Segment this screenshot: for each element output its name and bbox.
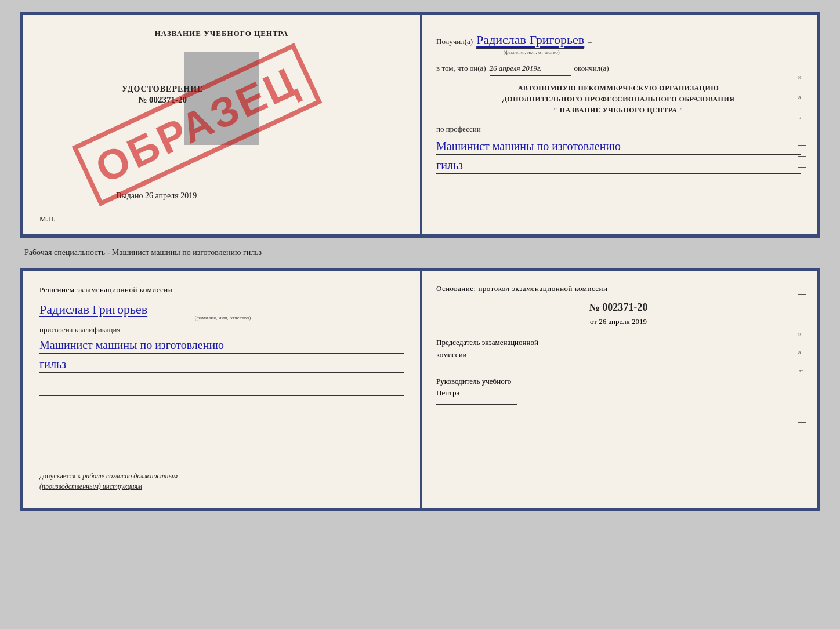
udostoverenie-label: УДОСТОВЕРЕНИЕ [122, 85, 203, 94]
org-name-line: " НАЗВАНИЕ УЧЕБНОГО ЦЕНТРА " [436, 105, 801, 116]
dopuskaetsya-label: допускается к [39, 472, 81, 480]
udostoverenie-nomer: № 002371-20 [122, 95, 203, 105]
bottom-right-margin-marks: и а ← [798, 294, 806, 423]
top-doc-right: Получил(а) Радислав Григорьев (фамилия, … [420, 15, 817, 234]
side-text-arrow: ← [798, 112, 806, 123]
po-professii-label: по профессии [436, 125, 481, 133]
b-side-arrow: ← [798, 367, 806, 374]
b-dash-7 [798, 422, 806, 423]
rukovoditel-signature-line [436, 404, 517, 405]
qualification-line2: гильз [39, 356, 404, 373]
dash-mark-6 [798, 167, 806, 168]
bottom-doc-right: Основание: протокол экзаменационной коми… [420, 271, 817, 508]
okonchil-label: окончил(а) [574, 62, 609, 75]
b-dash-5 [798, 398, 806, 398]
subtitle-line: Рабочая специальность - Машинист машины … [20, 248, 820, 257]
top-doc-left: НАЗВАНИЕ УЧЕБНОГО ЦЕНТРА ОБРАЗЕЦ УДОСТОВ… [23, 15, 420, 234]
dopuskaetsya-block: допускается к работе согласно должностны… [39, 471, 237, 492]
org-line2: ДОПОЛНИТЕЛЬНОГО ПРОФЕССИОНАЛЬНОГО ОБРАЗО… [436, 94, 801, 105]
dash-mark-2 [798, 61, 806, 61]
org-quote2: " [679, 106, 683, 114]
dash-mark-3 [798, 134, 806, 134]
osnovanie-label: Основание: протокол экзаменационной коми… [436, 284, 801, 293]
profession-line1: Машинист машины по изготовлению [436, 138, 801, 155]
extra-line-1 [39, 374, 404, 384]
resheniyem-label: Решением экзаменационной комиссии [39, 284, 404, 296]
vtom-label: в том, что он(а) [436, 62, 486, 75]
completion-date: 26 апреля 2019г. [490, 62, 571, 76]
bottom-recipient-name: Радислав Григорьев [39, 302, 147, 318]
b-dash-4 [798, 386, 806, 386]
nomer-value-bottom: 002371-20 [602, 301, 647, 313]
ot-date-value: 26 апреля 2019 [599, 317, 647, 326]
top-left-title: НАЗВАНИЕ УЧЕБНОГО ЦЕНТРА [155, 29, 289, 38]
recipient-name: Радислав Григорьев [476, 32, 584, 49]
vydano-block: Выдано 26 апреля 2019 [116, 191, 197, 201]
vtom-line: в том, что он(а) 26 апреля 2019г. окончи… [436, 62, 801, 76]
b-dash-1 [798, 294, 806, 295]
rukovoditel-block: Руководитель учебного Центра [436, 376, 801, 405]
org-block: АВТОНОМНУЮ НЕКОММЕРЧЕСКУЮ ОРГАНИЗАЦИЮ ДО… [436, 83, 801, 117]
poluchil-label: Получил(а) [436, 35, 473, 48]
dash-mark-5 [798, 156, 806, 157]
ot-label: от [590, 317, 597, 326]
side-text-a: а [798, 92, 806, 102]
professiya-block: по профессии Машинист машины по изготовл… [436, 123, 801, 174]
org-line1: АВТОНОМНУЮ НЕКОММЕРЧЕСКУЮ ОРГАНИЗАЦИЮ [436, 83, 801, 94]
bottom-doc-left: Решением экзаменационной комиссии Радисл… [23, 271, 420, 508]
top-document: НАЗВАНИЕ УЧЕБНОГО ЦЕНТРА ОБРАЗЕЦ УДОСТОВ… [20, 12, 820, 238]
org-name: НАЗВАНИЕ УЧЕБНОГО ЦЕНТРА [560, 106, 678, 114]
side-text-i: и [798, 72, 806, 82]
predsedatel-line1: Председатель экзаменационной [436, 337, 801, 349]
b-dash-6 [798, 410, 806, 410]
prisvoena-label: присвоена квалификация [39, 325, 404, 335]
right-margin-marks: и а ← [798, 50, 806, 168]
recipient-block: Радислав Григорьев (фамилия, имя, отчест… [476, 29, 584, 57]
vydano-label: Выдано [116, 191, 143, 200]
nomer-label-bottom: № [589, 301, 600, 313]
fio-subtitle: (фамилия, имя, отчество) [479, 48, 584, 57]
poluchil-line: Получил(а) Радислав Григорьев (фамилия, … [436, 29, 801, 57]
predsedatel-signature-line [436, 366, 517, 366]
dash-mark-1 [798, 50, 806, 50]
mp-label: М.П. [39, 214, 55, 224]
komissia-name-block: Радислав Григорьев (фамилия, имя, отчест… [39, 302, 404, 321]
qualification-line1: Машинист машины по изготовлению [39, 337, 404, 354]
udostoverenie-block: УДОСТОВЕРЕНИЕ № 002371-20 [122, 85, 203, 105]
org-quote1: " [553, 106, 557, 114]
dash-mark-4 [798, 145, 806, 146]
vydano-date: 26 апреля 2019 [145, 191, 197, 200]
rukovoditel-line2: Центра [436, 387, 801, 399]
b-dash-3 [798, 319, 806, 319]
qualification-block: Машинист машины по изготовлению гильз [39, 337, 404, 373]
predsedatel-line2: комиссии [436, 349, 801, 361]
dash-after-name: – [588, 35, 592, 48]
profession-line2: гильз [436, 157, 801, 174]
b-side-a: а [798, 349, 806, 355]
predsedatel-block: Председатель экзаменационной комиссии [436, 337, 801, 366]
extra-line-2 [39, 386, 404, 396]
bottom-document: Решением экзаменационной комиссии Радисл… [20, 268, 820, 511]
protocol-number: № 002371-20 [436, 301, 801, 314]
b-side-i: и [798, 331, 806, 337]
ot-date-block: от 26 апреля 2019 [436, 317, 801, 326]
rukovoditel-line1: Руководитель учебного [436, 376, 801, 388]
b-dash-2 [798, 307, 806, 307]
